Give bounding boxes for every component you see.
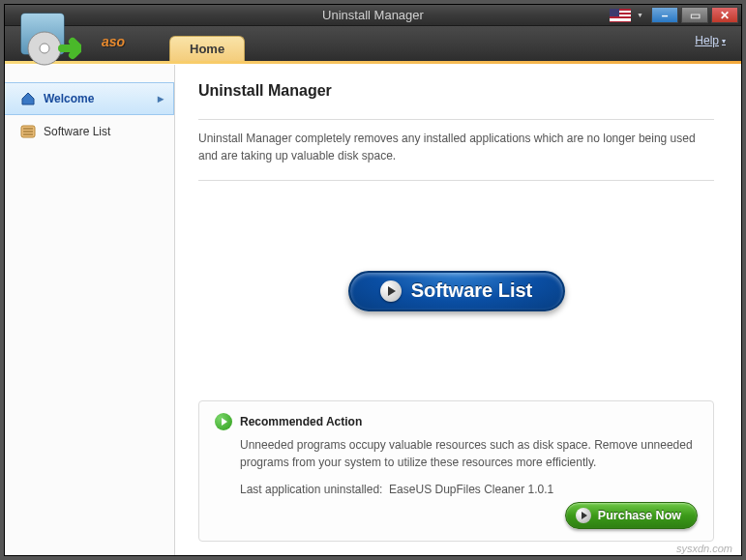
- sidebar: Welcome Software List: [5, 65, 175, 555]
- close-button[interactable]: ✕: [711, 7, 738, 23]
- sidebar-item-label: Software List: [44, 125, 110, 138]
- page-description: Uninstall Manager completely removes any…: [198, 130, 714, 164]
- last-uninstalled: Last application uninstalled: EaseUS Dup…: [240, 483, 698, 496]
- tab-home[interactable]: Home: [169, 36, 245, 61]
- sidebar-item-label: Welcome: [44, 92, 94, 105]
- list-icon: [20, 124, 36, 139]
- window-title: Uninstall Manager: [322, 8, 424, 22]
- brand-logo: aso: [102, 34, 125, 49]
- software-list-button[interactable]: Software List: [348, 271, 565, 311]
- software-list-button-label: Software List: [411, 280, 533, 302]
- titlebar: Uninstall Manager ▼ – ▭ ✕: [5, 5, 741, 26]
- sidebar-item-software-list[interactable]: Software List: [5, 115, 174, 148]
- purchase-now-button[interactable]: Purchase Now: [565, 502, 698, 529]
- content-panel: Uninstall Manager Uninstall Manager comp…: [175, 65, 741, 555]
- play-icon: [380, 280, 402, 302]
- recommended-panel: Recommended Action Unneeded programs occ…: [198, 400, 714, 542]
- purchase-now-label: Purchase Now: [598, 509, 681, 522]
- play-icon: [576, 508, 591, 523]
- home-icon: [20, 91, 36, 106]
- language-flag-icon[interactable]: [610, 9, 631, 22]
- page-heading: Uninstall Manager: [198, 82, 714, 105]
- sidebar-item-welcome[interactable]: Welcome: [5, 82, 174, 115]
- maximize-button[interactable]: ▭: [681, 7, 708, 23]
- tab-home-label: Home: [190, 42, 224, 56]
- minimize-button[interactable]: –: [651, 7, 678, 23]
- recommended-text: Unneeded programs occupy valuable resour…: [240, 436, 698, 471]
- help-link[interactable]: Help: [695, 34, 726, 47]
- watermark: sysxdn.com: [676, 543, 732, 554]
- recommended-title: Recommended Action: [240, 415, 362, 428]
- divider: [198, 119, 714, 120]
- arrow-icon: [215, 413, 232, 430]
- toolbar: aso Home Help: [5, 26, 741, 62]
- chevron-down-icon[interactable]: ▼: [637, 12, 643, 18]
